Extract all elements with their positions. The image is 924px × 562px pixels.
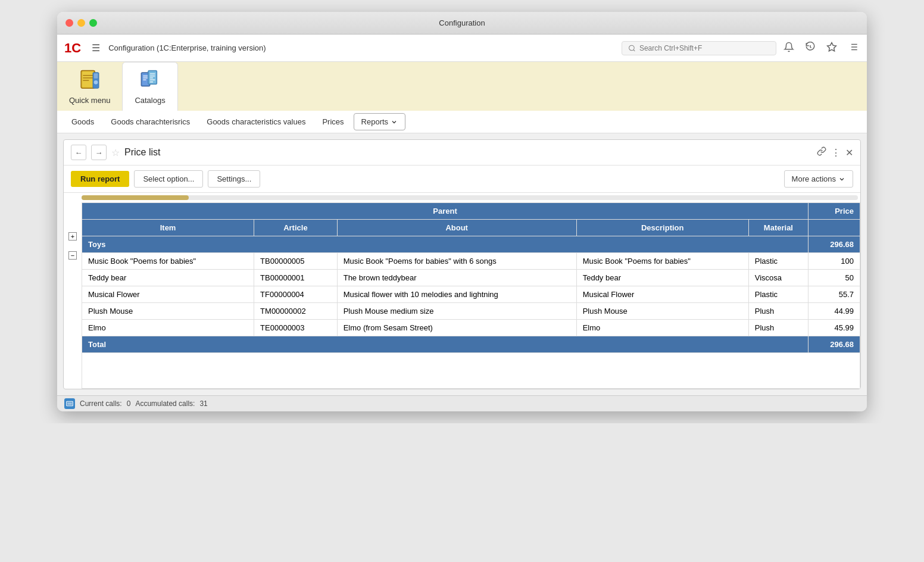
- svg-rect-10: [82, 71, 93, 88]
- svg-point-15: [93, 80, 98, 85]
- row2-price: 50: [808, 270, 860, 286]
- row3-description: Musical Flower: [576, 286, 748, 303]
- settings-button[interactable]: Settings...: [208, 170, 260, 188]
- quick-menu-icon: [78, 68, 102, 92]
- table-row: Plush Mouse TM00000002 Plush Mouse mediu…: [82, 303, 860, 320]
- doc-actions: ⋮ ✕: [817, 146, 853, 158]
- tab-catalogs[interactable]: Catalogs: [122, 62, 177, 111]
- price-header: Price: [808, 203, 860, 220]
- row4-article: TM00000002: [254, 303, 338, 320]
- table-row: Music Book "Poems for babies" TB00000005…: [82, 253, 860, 270]
- menu-reports-label: Reports: [361, 117, 389, 126]
- notification-icon[interactable]: [782, 40, 795, 56]
- tree-controls: + −: [68, 232, 77, 260]
- col-about: About: [337, 220, 576, 236]
- row1-item: Music Book "Poems for babies": [82, 253, 254, 270]
- quick-nav: Quick menu: [57, 62, 867, 111]
- table-area: + − Parent Price: [64, 193, 860, 389]
- menu-bar: Goods Goods charachterisrics Goods chara…: [57, 111, 867, 133]
- row4-item: Plush Mouse: [82, 303, 254, 320]
- row4-material: Plush: [748, 303, 808, 320]
- row1-price: 100: [808, 253, 860, 270]
- row5-article: TE00000003: [254, 320, 338, 336]
- maximize-button[interactable]: [89, 19, 97, 27]
- total-price: 296.68: [808, 336, 860, 353]
- row5-price: 45.99: [808, 320, 860, 336]
- tab-catalogs-label: Catalogs: [135, 96, 165, 105]
- hamburger-button[interactable]: ☰: [89, 40, 102, 56]
- app-title: Configuration (1C:Enterprise, training v…: [108, 43, 616, 52]
- chevron-down-small-icon: [838, 176, 845, 183]
- toys-group-label: Toys: [82, 236, 808, 253]
- link-icon[interactable]: [817, 146, 826, 158]
- menu-goods-characteristics[interactable]: Goods charachterisrics: [104, 114, 197, 130]
- settings-menu-icon[interactable]: [847, 40, 860, 56]
- back-button[interactable]: ←: [71, 145, 86, 160]
- row5-item: Elmo: [82, 320, 254, 336]
- accumulated-calls-value: 31: [199, 399, 207, 408]
- horizontal-scrollbar[interactable]: [82, 193, 860, 201]
- toolbar-icons: [782, 40, 860, 56]
- col-material: Material: [748, 220, 808, 236]
- more-actions-button[interactable]: More actions: [784, 170, 853, 188]
- run-report-button[interactable]: Run report: [71, 171, 129, 187]
- row2-article: TB00000001: [254, 270, 338, 286]
- svg-marker-2: [828, 42, 836, 51]
- total-label: Total: [82, 336, 808, 353]
- menu-prices[interactable]: Prices: [315, 114, 351, 130]
- row5-material: Plush: [748, 320, 808, 336]
- history-icon[interactable]: [804, 40, 817, 56]
- empty-area: [82, 353, 860, 389]
- select-option-button[interactable]: Select option...: [134, 170, 203, 188]
- current-calls-value: 0: [127, 399, 131, 408]
- minimize-button[interactable]: [77, 19, 85, 27]
- close-document-icon[interactable]: ✕: [845, 147, 853, 158]
- window-controls: [65, 19, 97, 27]
- svg-line-1: [633, 49, 635, 51]
- row2-material: Viscosa: [748, 270, 808, 286]
- tab-quick-menu-label: Quick menu: [69, 96, 110, 105]
- search-icon: [628, 44, 636, 52]
- doc-header: ← → ☆ Price list ⋮ ✕: [64, 140, 860, 166]
- forward-button[interactable]: →: [91, 145, 107, 160]
- row3-item: Musical Flower: [82, 286, 254, 303]
- status-bar: Current calls: 0 Accumulated calls: 31: [57, 395, 867, 411]
- svg-rect-16: [93, 73, 98, 78]
- more-icon[interactable]: ⋮: [831, 147, 841, 158]
- col-description: Description: [576, 220, 748, 236]
- scrollbar-thumb: [82, 195, 189, 200]
- row3-material: Plastic: [748, 286, 808, 303]
- col-item: Item: [82, 220, 254, 236]
- table-row: Teddy bear TB00000001 The brown teddybea…: [82, 270, 860, 286]
- title-bar: Configuration: [57, 12, 867, 35]
- menu-goods-char-values[interactable]: Goods characteristics values: [199, 114, 313, 130]
- toys-group-price: 296.68: [808, 236, 860, 253]
- main-content: ← → ☆ Price list ⋮ ✕ Run repor: [57, 133, 867, 395]
- search-bar: [622, 41, 776, 55]
- menu-reports[interactable]: Reports: [354, 113, 406, 130]
- col-article: Article: [254, 220, 338, 236]
- table-row: Musical Flower TF00000004 Musical flower…: [82, 286, 860, 303]
- row3-article: TF00000004: [254, 286, 338, 303]
- app-toolbar: 1С ☰ Configuration (1C:Enterprise, train…: [57, 35, 867, 62]
- status-icon: [64, 398, 75, 409]
- menu-goods[interactable]: Goods: [64, 114, 101, 130]
- row1-material: Plastic: [748, 253, 808, 270]
- parent-header: Parent: [82, 203, 808, 220]
- collapse-button[interactable]: −: [68, 251, 77, 260]
- table-row: Elmo TE00000003 Elmo (from Sesam Street)…: [82, 320, 860, 336]
- group-row-toys: Toys 296.68: [82, 236, 860, 253]
- close-button[interactable]: [65, 19, 73, 27]
- tab-quick-menu[interactable]: Quick menu: [57, 62, 122, 111]
- search-input[interactable]: [639, 44, 770, 52]
- row5-description: Elmo: [576, 320, 748, 336]
- accumulated-calls-label: Accumulated calls:: [135, 399, 195, 408]
- current-calls-label: Current calls:: [80, 399, 122, 408]
- row3-price: 55.7: [808, 286, 860, 303]
- row1-article: TB00000005: [254, 253, 338, 270]
- expand-button[interactable]: +: [68, 232, 77, 241]
- favorite-star-icon[interactable]: ☆: [111, 147, 120, 158]
- row1-description: Music Book "Poems for babies": [576, 253, 748, 270]
- favorites-icon[interactable]: [825, 40, 838, 56]
- window-title: Configuration: [439, 18, 485, 27]
